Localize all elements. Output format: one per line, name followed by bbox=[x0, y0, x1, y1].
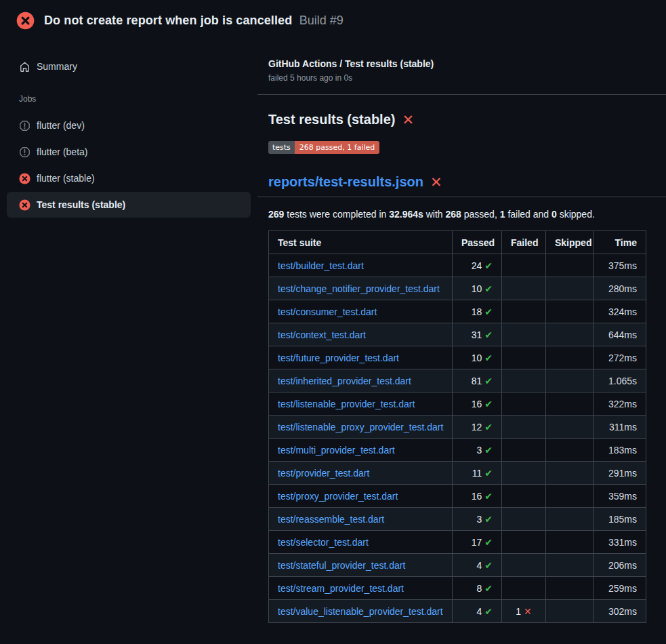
check-icon: ✔ bbox=[484, 329, 493, 340]
suite-link[interactable]: test/change_notifier_provider_test.dart bbox=[278, 283, 440, 294]
sidebar-jobs-list: flutter (dev)flutter (beta)flutter (stab… bbox=[0, 113, 257, 218]
suite-link[interactable]: test/provider_test.dart bbox=[278, 468, 369, 479]
failed-cell bbox=[502, 369, 546, 393]
table-header-row: Test suitePassedFailedSkippedTime bbox=[269, 231, 646, 254]
table-row: test/change_notifier_provider_test.dart1… bbox=[269, 277, 646, 300]
passed-cell: 8✔ bbox=[453, 577, 502, 600]
suite-link[interactable]: test/value_listenable_provider_test.dart bbox=[278, 606, 443, 617]
report-file-link[interactable]: reports/test-results.json bbox=[268, 174, 423, 190]
skipped-cell bbox=[546, 485, 594, 508]
check-icon: ✔ bbox=[484, 445, 493, 456]
tests-status-badge: tests 268 passed, 1 failed bbox=[268, 141, 379, 154]
failed-count: 1 bbox=[516, 606, 521, 617]
skipped-cell bbox=[546, 277, 594, 300]
sidebar-job-label: flutter (stable) bbox=[37, 173, 95, 184]
time-cell: 324ms bbox=[594, 300, 646, 323]
passed-count: 4 bbox=[476, 560, 482, 571]
failed-cell bbox=[502, 416, 546, 439]
suite-cell: test/future_provider_test.dart bbox=[269, 346, 453, 369]
sidebar-job-item[interactable]: flutter (stable) bbox=[7, 165, 251, 191]
suite-cell: test/stateful_provider_test.dart bbox=[269, 554, 453, 577]
table-row: test/listenable_proxy_provider_test.dart… bbox=[269, 416, 646, 439]
column-header-failed: Failed bbox=[502, 231, 546, 254]
skipped-cell bbox=[546, 346, 594, 369]
x-circle-fill-icon bbox=[16, 12, 35, 30]
time-cell: 375ms bbox=[594, 254, 646, 277]
skipped-cell bbox=[546, 393, 594, 416]
table-row: test/future_provider_test.dart10✔272ms bbox=[269, 346, 646, 369]
sidebar-job-item[interactable]: flutter (dev) bbox=[7, 113, 251, 138]
summary-text-part: 0 bbox=[551, 209, 557, 220]
badge-value: 268 passed, 1 failed bbox=[295, 141, 379, 154]
passed-count: 3 bbox=[476, 445, 482, 456]
suite-link[interactable]: test/stream_provider_test.dart bbox=[278, 583, 404, 594]
sidebar-item-summary[interactable]: Summary bbox=[7, 54, 251, 79]
section-heading: Test results (stable) ✕ bbox=[268, 112, 666, 127]
passed-cell: 4✔ bbox=[453, 600, 502, 623]
table-row: test/context_test.dart31✔644ms bbox=[269, 323, 646, 346]
passed-count: 11 bbox=[472, 468, 482, 479]
skipped-cell bbox=[546, 462, 594, 485]
time-cell: 644ms bbox=[594, 323, 646, 346]
suite-link[interactable]: test/reassemble_test.dart bbox=[278, 514, 384, 525]
table-row: test/selector_test.dart17✔331ms bbox=[269, 531, 646, 554]
failed-cell bbox=[502, 300, 546, 323]
table-row: test/builder_test.dart24✔375ms bbox=[269, 254, 646, 277]
suite-cell: test/value_listenable_provider_test.dart bbox=[269, 600, 453, 623]
failed-cell: 1✕ bbox=[502, 600, 546, 623]
table-row: test/reassemble_test.dart3✔185ms bbox=[269, 508, 646, 531]
time-cell: 291ms bbox=[594, 462, 646, 485]
skipped-cell bbox=[546, 254, 594, 277]
summary-text-part: tests were completed in bbox=[284, 209, 389, 220]
suite-link[interactable]: test/listenable_provider_test.dart bbox=[278, 399, 415, 409]
check-icon: ✔ bbox=[484, 422, 493, 432]
passed-cell: 18✔ bbox=[453, 300, 502, 323]
suite-link[interactable]: test/inherited_provider_test.dart bbox=[278, 376, 411, 386]
sidebar-jobs-label: Jobs bbox=[0, 94, 257, 112]
passed-count: 10 bbox=[472, 353, 482, 363]
header-divider bbox=[257, 94, 666, 95]
suite-link[interactable]: test/multi_provider_test.dart bbox=[278, 445, 395, 456]
report-heading-underline bbox=[257, 197, 666, 197]
table-row: test/consumer_test.dart18✔324ms bbox=[269, 300, 646, 323]
passed-cell: 3✔ bbox=[453, 508, 502, 531]
summary-text-part: 1 bbox=[500, 209, 505, 220]
suite-link[interactable]: test/listenable_proxy_provider_test.dart bbox=[278, 422, 443, 432]
failed-cell bbox=[502, 277, 546, 300]
sidebar-job-label: flutter (dev) bbox=[37, 120, 85, 131]
run-build-number: Build #9 bbox=[299, 14, 344, 27]
check-icon: ✔ bbox=[484, 468, 493, 479]
suite-link[interactable]: test/future_provider_test.dart bbox=[278, 353, 399, 363]
passed-count: 17 bbox=[472, 537, 482, 548]
failed-cell bbox=[502, 462, 546, 485]
time-cell: 322ms bbox=[594, 393, 646, 416]
summary-text-part: 268 bbox=[446, 209, 461, 220]
column-header-time: Time bbox=[594, 231, 646, 254]
test-summary-line: 269 tests were completed in 32.964s with… bbox=[268, 209, 666, 220]
skipped-cell bbox=[546, 439, 594, 462]
column-header-test-suite: Test suite bbox=[269, 231, 453, 254]
suite-link[interactable]: test/proxy_provider_test.dart bbox=[278, 491, 398, 502]
passed-cell: 16✔ bbox=[453, 485, 502, 508]
summary-text-part: 269 bbox=[268, 209, 284, 220]
passed-count: 18 bbox=[472, 306, 482, 317]
skipped-cell bbox=[546, 369, 594, 393]
suite-link[interactable]: test/stateful_provider_test.dart bbox=[278, 560, 405, 571]
time-cell: 280ms bbox=[594, 277, 646, 300]
skipped-cell bbox=[546, 416, 594, 439]
sidebar-job-item[interactable]: flutter (beta) bbox=[7, 139, 251, 165]
table-row: test/inherited_provider_test.dart81✔1.06… bbox=[269, 369, 646, 393]
passed-cell: 17✔ bbox=[453, 531, 502, 554]
table-row: test/multi_provider_test.dart3✔183ms bbox=[269, 439, 646, 462]
suite-link[interactable]: test/context_test.dart bbox=[278, 329, 366, 340]
passed-cell: 16✔ bbox=[453, 393, 502, 416]
suite-cell: test/consumer_test.dart bbox=[269, 300, 453, 323]
suite-link[interactable]: test/selector_test.dart bbox=[278, 537, 369, 548]
sidebar-job-item[interactable]: Test results (stable) bbox=[7, 192, 251, 218]
suite-link[interactable]: test/consumer_test.dart bbox=[278, 306, 377, 317]
check-icon: ✔ bbox=[484, 606, 493, 617]
suite-link[interactable]: test/builder_test.dart bbox=[278, 260, 364, 271]
passed-cell: 10✔ bbox=[453, 277, 502, 300]
suite-cell: test/listenable_proxy_provider_test.dart bbox=[269, 416, 453, 439]
time-cell: 183ms bbox=[594, 439, 646, 462]
